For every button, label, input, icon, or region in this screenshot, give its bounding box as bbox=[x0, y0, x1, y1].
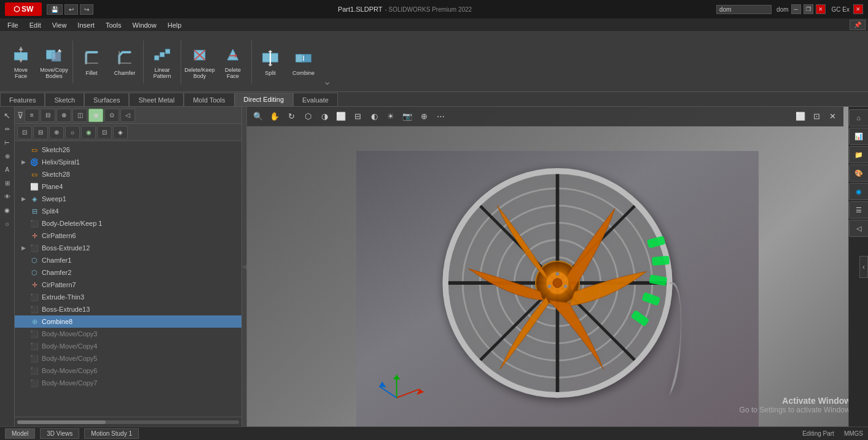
tree-item-body7[interactable]: ⬛ Body-Move/Copy7 bbox=[15, 377, 241, 389]
sidebar-tb2-5[interactable]: ◉ bbox=[81, 126, 96, 139]
close-btn[interactable]: ✕ bbox=[816, 4, 826, 14]
minimize-btn[interactable]: ─ bbox=[791, 4, 801, 14]
scrollbar-thumb[interactable] bbox=[17, 420, 106, 424]
rp-color2-btn[interactable]: ◉ bbox=[849, 183, 869, 200]
vp-zoom-btn[interactable]: 🔍 bbox=[251, 110, 265, 123]
rp-chart-btn[interactable]: 📊 bbox=[849, 128, 869, 145]
rp-list-btn[interactable]: ☰ bbox=[849, 201, 869, 218]
vp-pan-btn[interactable]: ✋ bbox=[267, 110, 282, 123]
tree-item-boss12[interactable]: ▶ ⬛ Boss-Extrude12 bbox=[15, 242, 241, 254]
status-tab-3dviews[interactable]: 3D Views bbox=[40, 428, 79, 439]
tab-surfaces[interactable]: Surfaces bbox=[84, 93, 129, 106]
menu-view[interactable]: View bbox=[47, 20, 72, 30]
rp-palette-btn[interactable]: 🎨 bbox=[849, 164, 869, 182]
3d-viewport[interactable]: 🔍 ✋ ↻ ⬡ ◑ ⬜ ⊟ ◐ ☀ 📷 ⊕ ⋯ ⬜ ⊡ ✕ bbox=[247, 107, 868, 426]
linear-pattern-button[interactable]: Linear Pattern bbox=[146, 37, 178, 87]
tree-item-sketch26[interactable]: ▭ Sketch26 bbox=[15, 144, 241, 156]
sidebar-color-btn[interactable]: ◉ bbox=[88, 109, 103, 122]
sidebar-scrollbar[interactable] bbox=[15, 417, 241, 426]
lt-appearance-btn[interactable]: ◉ bbox=[1, 204, 14, 216]
vp-maximize-btn[interactable]: ⬜ bbox=[793, 110, 808, 123]
tab-features[interactable]: Features bbox=[0, 93, 45, 106]
tree-item-combine8[interactable]: ⊕ Combine8 bbox=[15, 315, 241, 328]
vp-restore-btn[interactable]: ⊡ bbox=[809, 110, 824, 123]
vp-display-btn[interactable]: ⬡ bbox=[300, 110, 315, 123]
sidebar-tb2-2[interactable]: ⊟ bbox=[33, 126, 48, 139]
tree-item-plane4[interactable]: ⬜ Plane4 bbox=[15, 180, 241, 193]
move-face-button[interactable]: Move Face bbox=[5, 37, 37, 87]
menu-edit[interactable]: Edit bbox=[25, 20, 46, 30]
tree-item-cirpattern6[interactable]: ✛ CirPattern6 bbox=[15, 230, 241, 242]
tree-item-helix[interactable]: ▶ 🌀 Helix/Spiral1 bbox=[15, 156, 241, 168]
sidebar-display-btn[interactable]: ◫ bbox=[72, 109, 87, 122]
move-copy-bodies-button[interactable]: Move/Copy Bodies bbox=[38, 37, 70, 87]
tree-item-split4[interactable]: ⊟ Split4 bbox=[15, 205, 241, 217]
sidebar-collapse-handle[interactable]: ◁ bbox=[242, 107, 247, 426]
rp-home-btn[interactable]: ⌂ bbox=[849, 109, 869, 126]
vp-appearance-btn[interactable]: ◐ bbox=[367, 110, 381, 123]
tab-mold-tools[interactable]: Mold Tools bbox=[184, 93, 234, 106]
sidebar-hide-btn[interactable]: ◁ bbox=[120, 109, 135, 122]
sidebar-properties-btn[interactable]: ≡ bbox=[25, 109, 39, 122]
vp-camera-btn[interactable]: 📷 bbox=[400, 110, 415, 123]
sidebar-tb2-6[interactable]: ⊡ bbox=[97, 126, 112, 139]
menu-window[interactable]: Window bbox=[128, 20, 162, 30]
vp-edges-btn[interactable]: ⬜ bbox=[334, 110, 348, 123]
tab-direct-editing[interactable]: Direct Editing bbox=[235, 93, 293, 106]
lt-select-btn[interactable]: ↖ bbox=[1, 109, 14, 122]
lt-section-btn[interactable]: ⊞ bbox=[1, 177, 14, 189]
tree-item-sweep1[interactable]: ▶ ◈ Sweep1 bbox=[15, 193, 241, 205]
menu-file[interactable]: File bbox=[2, 20, 23, 30]
tab-evaluate[interactable]: Evaluate bbox=[293, 93, 338, 106]
fillet-button[interactable]: Fillet bbox=[76, 37, 108, 87]
menu-insert[interactable]: Insert bbox=[72, 20, 100, 30]
toolbar-expand-btn[interactable]: ⌄ bbox=[323, 75, 331, 87]
lt-dimension-btn[interactable]: ⊢ bbox=[1, 136, 14, 149]
status-tab-model[interactable]: Model bbox=[5, 428, 35, 439]
vp-rotate-btn[interactable]: ↻ bbox=[284, 110, 299, 123]
search-input[interactable] bbox=[719, 6, 768, 13]
lt-smart-btn[interactable]: ⊕ bbox=[1, 150, 14, 162]
chamfer-button[interactable]: Chamfer bbox=[109, 37, 141, 87]
vp-more-btn[interactable]: ⋯ bbox=[433, 110, 448, 123]
tree-item-sketch28[interactable]: ▭ Sketch28 bbox=[15, 168, 241, 180]
sidebar-tb2-4[interactable]: ☼ bbox=[65, 126, 80, 139]
rp-files-btn[interactable]: 📁 bbox=[849, 146, 869, 163]
vp-section-btn[interactable]: ⊟ bbox=[350, 110, 365, 123]
sidebar-tb2-7[interactable]: ◈ bbox=[113, 126, 128, 139]
lt-sketch-btn[interactable]: ✏ bbox=[1, 123, 14, 135]
viewport-right-arrow[interactable]: ‹ bbox=[859, 256, 868, 278]
vp-scene-btn[interactable]: ☀ bbox=[383, 110, 398, 123]
tree-item-chamfer2[interactable]: ⬡ Chamfer2 bbox=[15, 266, 241, 279]
vp-close-btn[interactable]: ✕ bbox=[825, 110, 840, 123]
tab-sheet-metal[interactable]: Sheet Metal bbox=[129, 93, 184, 106]
tree-item-body6[interactable]: ⬛ Body-Move/Copy6 bbox=[15, 365, 241, 377]
redo-btn[interactable]: ↪ bbox=[80, 4, 93, 15]
rp-arrow-btn[interactable]: ◁ bbox=[849, 220, 869, 237]
vp-shading-btn[interactable]: ◑ bbox=[317, 110, 332, 123]
sidebar-tb2-3[interactable]: ⊕ bbox=[49, 126, 64, 139]
app-close-btn[interactable]: ✕ bbox=[853, 4, 863, 14]
tree-item-extrude-thin3[interactable]: ⬛ Extrude-Thin3 bbox=[15, 291, 241, 303]
sidebar-filter-btn[interactable]: ⊕ bbox=[57, 109, 71, 122]
tree-item-body-delete[interactable]: ⬛ Body-Delete/Keep 1 bbox=[15, 217, 241, 230]
tree-item-body4[interactable]: ⬛ Body-Move/Copy4 bbox=[15, 340, 241, 352]
sidebar-collapse-btn[interactable]: ⊟ bbox=[41, 109, 55, 122]
lt-view-btn[interactable]: 👁 bbox=[1, 190, 14, 203]
restore-btn[interactable]: ❐ bbox=[803, 4, 813, 14]
lt-note-btn[interactable]: A bbox=[1, 163, 14, 176]
tree-item-chamfer1[interactable]: ⬡ Chamfer1 bbox=[15, 254, 241, 266]
split-button[interactable]: Split bbox=[254, 37, 286, 87]
quick-save-btn[interactable]: 💾 bbox=[47, 4, 63, 15]
tree-item-boss13[interactable]: ⬛ Boss-Extrude13 bbox=[15, 303, 241, 315]
menu-tools[interactable]: Tools bbox=[101, 20, 127, 30]
undo-btn[interactable]: ↩ bbox=[65, 4, 78, 15]
tab-sketch[interactable]: Sketch bbox=[45, 93, 84, 106]
sidebar-tb2-1[interactable]: ⊡ bbox=[17, 126, 32, 139]
menu-help[interactable]: Help bbox=[163, 20, 187, 30]
status-tab-motion[interactable]: Motion Study 1 bbox=[84, 428, 139, 439]
tree-item-body5[interactable]: ⬛ Body-Move/Copy5 bbox=[15, 352, 241, 365]
delete-face-button[interactable]: Delete Face bbox=[217, 37, 249, 87]
pin-btn[interactable]: 📌 bbox=[850, 20, 866, 30]
sidebar-more-btn[interactable]: ⊙ bbox=[104, 109, 119, 122]
